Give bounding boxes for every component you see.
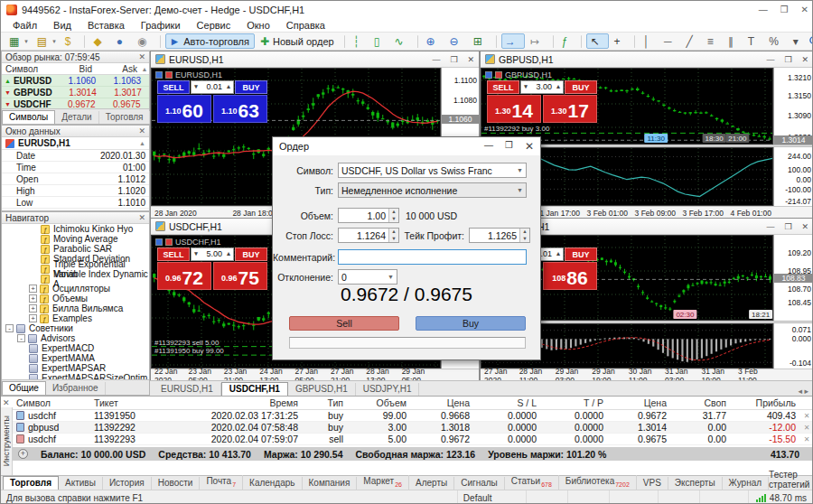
profile-name[interactable]: Default <box>458 490 527 504</box>
close-icon[interactable]: ✕ <box>801 222 808 231</box>
minimize-icon[interactable]: — <box>766 222 774 231</box>
expand-icon[interactable]: + <box>29 294 37 303</box>
chart-titlebar[interactable]: EURUSD,H1 —❒✕ <box>151 51 479 68</box>
toolbox-tab[interactable]: Торговля <box>3 476 59 490</box>
toolbar-button[interactable]: ▦ ▾ <box>5 33 32 49</box>
toolbar-button[interactable]: ↦ <box>527 33 548 49</box>
toolbox-tab[interactable]: Компания <box>303 477 358 490</box>
buy-price[interactable]: 1.3017 <box>543 95 597 123</box>
expand-icon[interactable]: + <box>29 285 37 293</box>
volume-down-icon[interactable]: ▾ <box>521 81 530 93</box>
toolbar-button[interactable]: ► Авто-торговля <box>165 33 255 49</box>
toolbar-button[interactable]: ▯ <box>370 33 389 49</box>
spin-down-icon[interactable]: ▼ <box>520 236 529 243</box>
position-row[interactable]: usdchf 11392293 2020.02.04 07:59:07 sell… <box>13 434 813 445</box>
expand-icon[interactable]: + <box>29 314 37 322</box>
toolbar-button[interactable] <box>84 35 85 48</box>
navigator-item[interactable]: ƒ Ichimoku Kinko Hyo <box>2 224 149 234</box>
sell-button[interactable]: Sell <box>289 316 399 331</box>
toolbox-tab[interactable]: История <box>103 477 152 490</box>
toolbar-button[interactable]: ┆ <box>350 33 369 49</box>
close-icon[interactable]: ✕ <box>138 213 145 222</box>
navigator-tab[interactable]: Избранное <box>46 382 106 395</box>
spin-up-icon[interactable]: ▲ <box>389 229 398 236</box>
toolbar-button[interactable]: ▾ <box>790 33 808 49</box>
close-position-icon[interactable]: ✕ <box>799 424 813 432</box>
market-watch-tab[interactable]: Детали <box>55 111 98 124</box>
spin-up-icon[interactable]: ▲ <box>389 209 398 216</box>
volume-up-icon[interactable]: ▴ <box>554 81 563 93</box>
toolbar-button[interactable] <box>160 35 161 48</box>
expand-icon[interactable]: - <box>17 334 25 342</box>
close-icon[interactable]: ✕ <box>138 126 145 135</box>
close-position-icon[interactable]: ✕ <box>799 412 813 420</box>
volume-up-icon[interactable]: ▴ <box>224 248 233 260</box>
toolbar-button[interactable] <box>344 35 345 48</box>
toolbox-tab[interactable]: Алерты <box>409 477 454 490</box>
toolbox-tab[interactable]: Активы <box>59 477 103 490</box>
menu-item[interactable]: Справка <box>278 20 333 31</box>
sell-price[interactable]: 1.1060 <box>157 95 211 123</box>
volume-field[interactable]: 0.01 <box>201 81 224 93</box>
spin-down-icon[interactable]: ▼ <box>389 216 398 223</box>
chart-tab[interactable]: GBPUSD,H1 <box>288 383 356 396</box>
toolbox-tab[interactable]: Эксперты <box>668 477 723 490</box>
minimize-icon[interactable]: — <box>432 55 440 64</box>
menu-item[interactable]: Сервис <box>189 20 239 31</box>
toolbox-tab[interactable]: Новости <box>152 477 201 490</box>
toolbox-tab[interactable]: Маркет26 <box>357 475 409 490</box>
menu-item[interactable]: Графики <box>133 20 189 31</box>
toolbar-button[interactable]: ✚ Новый ордер <box>257 33 340 49</box>
navigator-item[interactable]: + ƒ Объемы <box>2 294 149 303</box>
toolbar-button[interactable]: ⊞ <box>470 33 491 49</box>
close-position-icon[interactable]: ✕ <box>799 435 813 443</box>
toolbar-button[interactable]: ● <box>113 33 132 49</box>
toolbar-button[interactable]: │ <box>640 33 659 49</box>
minimize-icon[interactable]: — <box>766 55 774 64</box>
close-icon[interactable]: ✕ <box>138 52 145 61</box>
dialog-titlebar[interactable]: Ордер —❒✕ <box>273 137 540 155</box>
stoploss-spinner[interactable]: 1.1264▲▼ <box>338 228 399 243</box>
comment-input[interactable] <box>338 249 527 265</box>
navigator-item[interactable]: + ƒ Examples <box>2 313 149 323</box>
toolbar-button[interactable]: ─ <box>660 33 681 49</box>
buy-button[interactable]: BUY <box>235 80 267 94</box>
spin-down-icon[interactable]: ▼ <box>389 236 398 243</box>
toolbar-button[interactable]: ↖ <box>586 33 608 49</box>
navigator-item[interactable]: ƒ Variable Index Dynamic A <box>2 274 149 284</box>
spin-up-icon[interactable]: ▲ <box>520 229 529 236</box>
buy-button[interactable]: BUY <box>565 247 597 261</box>
menu-item[interactable]: Вид <box>45 20 79 31</box>
navigator-item[interactable]: ƒ Moving Average <box>2 234 149 244</box>
sell-button[interactable]: SELL <box>157 80 190 94</box>
minimize-icon[interactable]: — <box>484 140 493 153</box>
toolbox-tab[interactable]: Почта7 <box>200 475 243 490</box>
chart-pane[interactable]: #11392292 buy 3.0011:3018:3021:00 GBPUSD… <box>481 68 773 145</box>
navigator-tab[interactable]: Общие <box>2 381 46 395</box>
search-icon[interactable] <box>808 35 813 47</box>
buy-price[interactable]: 0.9675 <box>213 262 267 290</box>
toolbar-button[interactable] <box>581 35 582 48</box>
toolbox-tab[interactable]: Журнал <box>723 477 770 490</box>
position-row[interactable]: gbpusd 11392292 2020.02.04 07:58:48 buy … <box>13 422 813 434</box>
sell-price[interactable]: 1.3014 <box>487 95 541 123</box>
toolbar-button[interactable]: % <box>765 33 788 49</box>
market-watch-tab[interactable]: Торговля <box>99 111 151 124</box>
expand-icon[interactable]: - <box>5 324 14 332</box>
sell-button[interactable]: SELL <box>487 80 519 94</box>
minimize-icon[interactable]: — <box>759 5 768 14</box>
tab-scroll-left-icon[interactable]: ◂ <box>798 387 802 396</box>
toolbar-button[interactable]: ƒ <box>558 33 577 49</box>
navigator-item[interactable]: - Советники <box>2 323 149 333</box>
volume-up-icon[interactable]: ▴ <box>554 248 563 260</box>
toolbox-tab[interactable]: Календарь <box>243 477 302 490</box>
chart-tab[interactable]: USDCHF,H1 <box>221 382 288 396</box>
navigator-item[interactable]: + ƒ Билла Вильямса <box>2 303 149 313</box>
toolbar-button[interactable]: → <box>501 33 525 49</box>
close-icon[interactable]: ✕ <box>3 398 10 407</box>
market-watch-row[interactable]: ▼GBPUSD 1.3014 1.3017 <box>2 87 149 98</box>
chart-tab[interactable]: USDJPY,H1 <box>356 383 420 396</box>
market-watch-tab[interactable]: Символы <box>2 110 55 124</box>
maximize-icon[interactable]: ❒ <box>784 222 791 231</box>
sell-price[interactable]: 0.9672 <box>157 262 211 290</box>
